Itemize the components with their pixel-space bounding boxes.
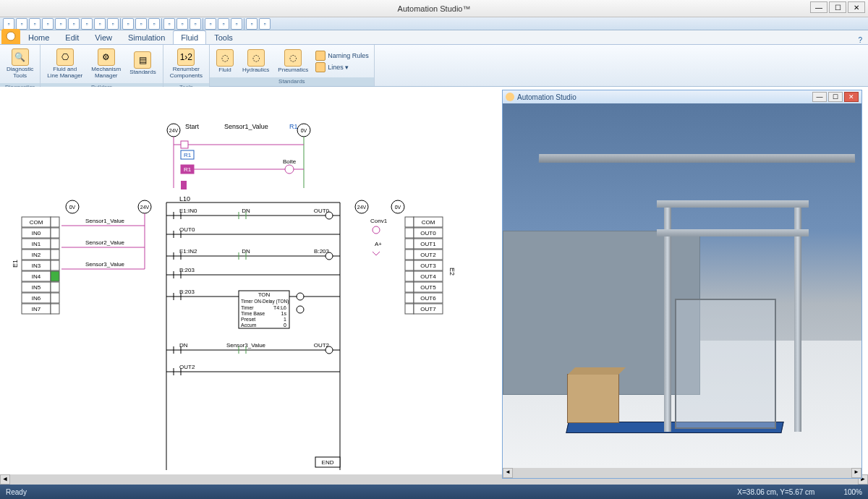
qat-paste-icon[interactable]: ▫ xyxy=(94,18,106,30)
simulation-3d-panel: Automation Studio — ☐ ✕ ◄► xyxy=(502,90,862,479)
ribbon-fluid-button[interactable]: ◌Fluid xyxy=(213,47,237,76)
ribbon-small-icon xyxy=(315,51,326,61)
ribbon-naming-rules-button[interactable]: Naming Rules xyxy=(313,50,371,61)
svg-text:OUT7: OUT7 xyxy=(420,306,436,312)
ribbon-group-label: Standards xyxy=(210,77,374,86)
qat-new-icon[interactable]: ▫ xyxy=(3,18,14,30)
ribbon-fluid-and-button[interactable]: ⎔Fluid andLine Manager xyxy=(43,46,86,82)
svg-rect-128 xyxy=(405,217,414,227)
svg-text:E1:IN0: E1:IN0 xyxy=(179,208,197,214)
panel-maximize-button[interactable]: ☐ xyxy=(828,92,843,102)
svg-rect-152 xyxy=(405,304,414,314)
tab-simulation[interactable]: Simulation xyxy=(120,30,173,44)
svg-rect-44 xyxy=(51,282,59,292)
panel-close-button[interactable]: ✕ xyxy=(844,92,859,102)
svg-rect-134 xyxy=(405,239,414,249)
ribbon-standards-button[interactable]: ▤Standards xyxy=(126,49,159,78)
svg-text:OUT3: OUT3 xyxy=(420,263,436,269)
qat-stop-icon[interactable]: ▫ xyxy=(231,18,242,30)
quick-access-toolbar: ▫▫▫▫▫▫▫▫▫▫▫▫▫▫▫▫▫▫▫▫ xyxy=(0,17,868,30)
maximize-button[interactable]: ☐ xyxy=(829,1,846,13)
svg-text:OUT2: OUT2 xyxy=(420,252,436,258)
ribbon-small-label: Naming Rules xyxy=(328,52,369,59)
svg-text:0V: 0V xyxy=(395,205,401,210)
minimize-button[interactable]: — xyxy=(810,1,827,13)
svg-point-104 xyxy=(297,293,304,300)
file-menu-icon xyxy=(6,31,16,41)
ribbon-label: Standards xyxy=(129,69,156,76)
qat-grid-icon[interactable]: ▫ xyxy=(176,18,188,30)
qat-sim-icon[interactable]: ▫ xyxy=(205,18,216,30)
svg-text:B:203: B:203 xyxy=(179,267,195,273)
qat-copy-icon[interactable]: ▫ xyxy=(81,18,93,30)
svg-point-105 xyxy=(297,306,304,313)
app-title: Automation Studio™ xyxy=(398,4,471,13)
ribbon-pneumatics-button[interactable]: ◌Pneumatics xyxy=(274,47,312,76)
ribbon-small-label: Lines ▾ xyxy=(328,64,349,71)
qat-play-icon[interactable]: ▫ xyxy=(218,18,229,30)
panel-app-icon xyxy=(506,93,514,101)
svg-text:L10: L10 xyxy=(179,195,190,202)
svg-text:Sensor1_Value: Sensor1_Value xyxy=(85,218,125,224)
qat-print-icon[interactable]: ▫ xyxy=(107,18,119,30)
svg-rect-26 xyxy=(51,217,59,227)
help-icon[interactable]: ? xyxy=(858,36,862,44)
tab-home[interactable]: Home xyxy=(20,30,57,44)
panel-hscrollbar[interactable]: ◄► xyxy=(503,468,861,478)
qat-help-icon[interactable]: ▫ xyxy=(259,18,271,30)
svg-text:E1:IN2: E1:IN2 xyxy=(179,248,197,255)
svg-text:OUT2: OUT2 xyxy=(179,364,195,370)
qat-zoom-icon[interactable]: ▫ xyxy=(122,18,134,30)
scene-overhead-beam xyxy=(538,154,854,163)
ribbon-small-icon xyxy=(315,62,326,72)
status-zoom: 100% xyxy=(843,488,862,496)
tab-view[interactable]: View xyxy=(87,30,120,44)
qat-undo-icon[interactable]: ▫ xyxy=(42,18,54,30)
svg-text:OUT6: OUT6 xyxy=(420,295,436,302)
qat-snap-icon[interactable]: ▫ xyxy=(190,18,201,30)
svg-text:COM: COM xyxy=(30,219,43,226)
ribbon-group-tools: 1›2RenumberComponentsTools xyxy=(163,45,210,86)
ribbon-icon: ▤ xyxy=(134,51,151,69)
qat-open-icon[interactable]: ▫ xyxy=(16,18,27,30)
tab-fluid[interactable]: Fluid xyxy=(173,30,206,44)
qat-layer-icon[interactable]: ▫ xyxy=(163,18,175,30)
svg-text:Preset: Preset xyxy=(241,317,255,322)
ribbon-lines--button[interactable]: Lines ▾ xyxy=(313,61,371,73)
qat-redo-icon[interactable]: ▫ xyxy=(55,18,67,30)
qat-pan-icon[interactable]: ▫ xyxy=(148,18,160,30)
ribbon-label: RenumberComponents xyxy=(170,67,203,80)
tab-edit[interactable]: Edit xyxy=(57,30,87,44)
svg-text:1s: 1s xyxy=(281,311,287,316)
panel-minimize-button[interactable]: — xyxy=(812,92,827,102)
qat-save-icon[interactable]: ▫ xyxy=(29,18,41,30)
svg-text:Sensor3_Value: Sensor3_Value xyxy=(85,261,125,268)
svg-point-114 xyxy=(326,346,333,354)
ribbon-mechanism-button[interactable]: ⚙MechanismManager xyxy=(88,46,124,82)
svg-text:0: 0 xyxy=(284,323,286,328)
svg-rect-50 xyxy=(51,304,59,314)
ribbon-diagnostic-button[interactable]: 🔍DiagnosticTools xyxy=(3,46,37,82)
svg-text:Timer ON-Delay (TON): Timer ON-Delay (TON) xyxy=(241,299,289,304)
file-tab[interactable] xyxy=(1,29,20,44)
svg-text:OUT0: OUT0 xyxy=(420,230,436,236)
svg-text:E2: E2 xyxy=(448,268,456,276)
ribbon-renumber-button[interactable]: 1›2RenumberComponents xyxy=(166,46,206,82)
panel-title-bar[interactable]: Automation Studio — ☐ ✕ xyxy=(503,90,861,103)
qat-cut-icon[interactable]: ▫ xyxy=(68,18,80,30)
svg-text:IN7: IN7 xyxy=(32,306,41,312)
qat-fit-icon[interactable]: ▫ xyxy=(135,18,147,30)
svg-rect-38 xyxy=(51,260,59,270)
ribbon-icon: 1›2 xyxy=(177,48,195,66)
svg-text:B:203: B:203 xyxy=(179,289,195,295)
qat-opt-icon[interactable]: ▫ xyxy=(246,18,258,30)
ribbon-hydraulics-button[interactable]: ◌Hydraulics xyxy=(239,47,273,76)
ribbon-label: DiagnosticTools xyxy=(7,67,33,80)
scene-elevator-cabin xyxy=(675,299,776,429)
tab-tools[interactable]: Tools xyxy=(206,30,241,44)
close-button[interactable]: ✕ xyxy=(848,1,865,13)
simulation-3d-viewport[interactable] xyxy=(503,103,861,468)
svg-point-84 xyxy=(326,252,333,260)
svg-text:Conv1: Conv1 xyxy=(370,218,388,224)
svg-text:T4:L6: T4:L6 xyxy=(273,305,286,310)
